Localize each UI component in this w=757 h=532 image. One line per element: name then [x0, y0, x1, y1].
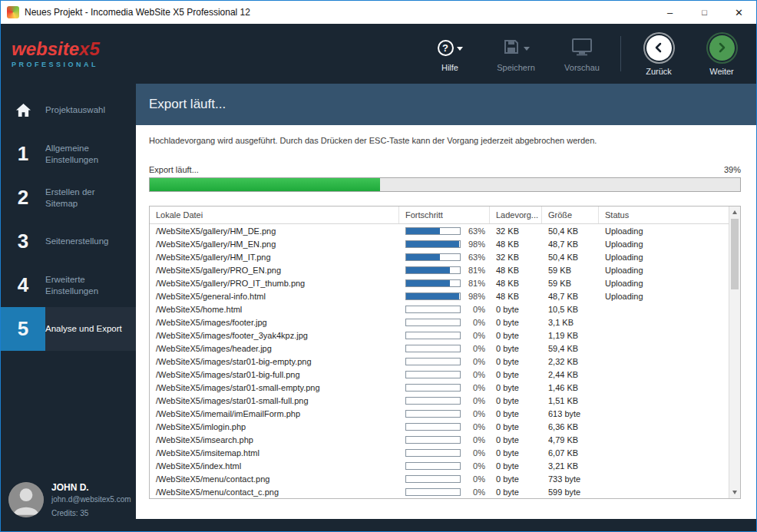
step-number: 3	[1, 220, 45, 263]
size-cell: 59 KB	[542, 266, 599, 275]
scroll-down-icon[interactable]	[729, 487, 740, 498]
progress-cell: 98%	[399, 240, 490, 249]
table-row[interactable]: /WebSiteX5/images/header.jpg 0% 0 byte 5…	[150, 342, 740, 355]
back-arrow-icon	[646, 35, 672, 61]
user-credits: Credits: 35	[51, 509, 131, 517]
titlebar: Neues Projekt - Incomedia WebSite X5 Pro…	[1, 1, 756, 24]
table-scrollbar[interactable]	[729, 207, 740, 498]
size-cell: 2,44 KB	[542, 370, 599, 379]
row-percent: 0%	[473, 344, 485, 353]
file-cell: /WebSiteX5/home.html	[150, 305, 399, 314]
sidebar-item-allgemeine-einstellungen[interactable]: 1 Allgemeine Einstellungen	[1, 132, 136, 176]
scrollbar-thumb[interactable]	[731, 219, 739, 289]
row-percent: 0%	[473, 487, 485, 497]
table-row[interactable]: /WebSiteX5/gallery/PRO_EN.png 81% 48 KB …	[150, 263, 740, 276]
file-cell: /WebSiteX5/index.html	[150, 461, 399, 471]
row-percent: 0%	[473, 305, 485, 314]
progress-cell: 0%	[399, 435, 490, 444]
maximize-button[interactable]: □	[687, 1, 722, 24]
table-row[interactable]: /WebSiteX5/imemail/imEmailForm.php 0% 0 …	[150, 407, 740, 420]
table-row[interactable]: /WebSiteX5/images/star01-big-full.png 0%…	[150, 368, 740, 381]
size-cell: 613 byte	[542, 409, 599, 418]
row-progress-bar	[405, 475, 461, 483]
wizard-nav: Zurück Weiter	[636, 32, 744, 76]
size-cell: 1,19 KB	[542, 331, 599, 340]
table-row[interactable]: /WebSiteX5/imsitemap.html 0% 0 byte 6,07…	[150, 446, 740, 459]
save-button[interactable]: Speichern	[493, 36, 539, 72]
app-window: Neues Projekt - Incomedia WebSite X5 Pro…	[0, 0, 757, 532]
column-loaded[interactable]: Ladevorg...	[490, 207, 542, 223]
status-cell: Uploading	[599, 253, 740, 262]
size-cell: 1,51 KB	[542, 396, 599, 405]
table-row[interactable]: /WebSiteX5/index.html 0% 0 byte 3,21 KB	[150, 459, 740, 472]
table-row[interactable]: /WebSiteX5/images/footer_3yak4kpz.jpg 0%…	[150, 329, 740, 342]
row-progress-bar	[405, 358, 461, 365]
progress-cell: 0%	[399, 487, 490, 497]
row-percent: 81%	[468, 266, 485, 275]
file-cell: /WebSiteX5/imsitemap.html	[150, 448, 399, 458]
back-button[interactable]: Zurück	[636, 32, 681, 76]
table-row[interactable]: /WebSiteX5/gallery/PRO_IT_thumb.png 81% …	[150, 276, 740, 289]
table-row[interactable]: /WebSiteX5/images/footer.jpg 0% 0 byte 3…	[150, 316, 740, 329]
sidebar-item-projektauswahl[interactable]: Projektauswahl	[1, 88, 136, 132]
column-size[interactable]: Größe	[542, 207, 599, 223]
table-row[interactable]: /WebSiteX5/home.html 0% 0 byte 10,5 KB	[150, 302, 740, 316]
sidebar-item-erweiterte-einstellungen[interactable]: 4 Erweiterte Einstellungen	[1, 263, 136, 307]
table-row[interactable]: /WebSiteX5/imsearch.php 0% 0 byte 4,79 K…	[150, 433, 740, 446]
table-row[interactable]: /WebSiteX5/imlogin.php 0% 0 byte 6,36 KB	[150, 420, 740, 433]
sidebar-item-seitenerstellung[interactable]: 3 Seitenerstellung	[1, 220, 136, 263]
sidebar-item-label: Projektauswahl	[45, 104, 111, 116]
file-cell: /WebSiteX5/general-info.html	[150, 292, 399, 301]
table-row[interactable]: /WebSiteX5/menu/contact.png 0% 0 byte 73…	[150, 472, 740, 485]
sidebar-item-analyse-und-export[interactable]: 5 Analyse und Export	[1, 307, 136, 351]
next-arrow-icon	[709, 35, 735, 61]
status-cell: Uploading	[599, 226, 740, 236]
preview-button[interactable]: Vorschau	[559, 36, 605, 72]
app-header: websitex5 PROFESSIONAL ? Hilfe Spei	[1, 24, 756, 84]
minimize-button[interactable]: –	[653, 1, 687, 24]
row-percent: 0%	[473, 331, 485, 340]
file-table: Lokale Datei Fortschritt Ladevorg... Grö…	[149, 206, 741, 499]
app-logo: websitex5 PROFESSIONAL	[1, 40, 147, 68]
table-row[interactable]: /WebSiteX5/images/star01-small-empty.png…	[150, 381, 740, 394]
page-title-band: Export läuft...	[136, 84, 756, 125]
sidebar-item-erstellen-der-sitemap[interactable]: 2 Erstellen der Sitemap	[1, 176, 136, 220]
row-percent: 98%	[468, 240, 485, 249]
row-percent: 98%	[468, 292, 485, 301]
scroll-up-icon[interactable]	[729, 207, 740, 218]
loaded-cell: 0 byte	[490, 461, 542, 471]
progress-cell: 63%	[399, 253, 490, 262]
column-status[interactable]: Status	[599, 207, 740, 223]
size-cell: 3,1 KB	[542, 318, 599, 327]
table-row[interactable]: /WebSiteX5/menu/contact_c.png 0% 0 byte …	[150, 485, 740, 498]
table-row[interactable]: /WebSiteX5/gallery/HM_IT.png 63% 32 KB 5…	[150, 250, 740, 263]
sidebar-nav: Projektauswahl 1 Allgemeine Einstellunge…	[1, 84, 136, 351]
table-row[interactable]: /WebSiteX5/images/star01-big-empty.png 0…	[150, 355, 740, 368]
column-progress[interactable]: Fortschritt	[399, 207, 490, 223]
file-cell: /WebSiteX5/gallery/HM_IT.png	[150, 253, 399, 262]
export-progress-percent: 39%	[724, 165, 741, 174]
progress-cell: 0%	[399, 409, 490, 418]
file-cell: /WebSiteX5/gallery/HM_EN.png	[150, 240, 399, 249]
next-button[interactable]: Weiter	[699, 32, 744, 76]
size-cell: 10,5 KB	[542, 305, 599, 314]
progress-cell: 0%	[399, 448, 490, 458]
table-body: /WebSiteX5/gallery/HM_DE.png 63% 32 KB 5…	[150, 224, 740, 498]
table-row[interactable]: /WebSiteX5/images/star01-small-full.png …	[150, 394, 740, 407]
table-row[interactable]: /WebSiteX5/gallery/HM_DE.png 63% 32 KB 5…	[150, 224, 740, 237]
footer-strip	[136, 519, 756, 531]
row-percent: 0%	[473, 370, 485, 379]
row-progress-bar	[405, 345, 461, 352]
progress-cell: 81%	[399, 279, 490, 288]
table-row[interactable]: /WebSiteX5/general-info.html 98% 48 KB 4…	[150, 289, 740, 302]
row-progress-fill	[406, 241, 459, 247]
table-row[interactable]: /WebSiteX5/gallery/HM_EN.png 98% 48 KB 4…	[150, 237, 740, 250]
status-cell: Uploading	[599, 292, 740, 301]
preview-monitor-icon	[571, 38, 593, 58]
help-button[interactable]: ? Hilfe	[427, 36, 473, 72]
size-cell: 2,32 KB	[542, 357, 599, 366]
row-progress-fill	[406, 293, 459, 299]
column-file[interactable]: Lokale Datei	[150, 207, 399, 223]
row-progress-bar	[405, 397, 461, 405]
close-button[interactable]: ✕	[722, 1, 756, 24]
